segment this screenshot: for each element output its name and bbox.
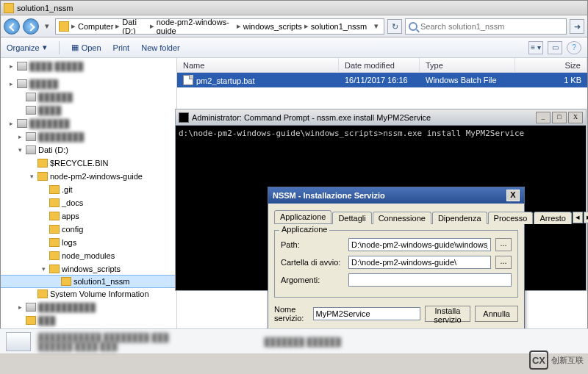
statusbar-meta: ███████ ██████ — [265, 337, 341, 346]
batch-file-icon — [183, 75, 193, 85]
col-type[interactable]: Type — [420, 58, 515, 72]
search-input[interactable] — [420, 22, 563, 31]
watermark: CX 创新互联 — [529, 350, 584, 370]
service-name-input[interactable] — [313, 307, 420, 320]
browse-startdir-button[interactable]: ... — [495, 256, 512, 269]
tree-item[interactable]: $RECYCLE.BIN — [50, 159, 108, 168]
nav-history-dropdown[interactable]: ▾ — [42, 21, 52, 31]
window-title: solution1_nssm — [17, 4, 73, 12]
new-folder-button[interactable]: New folder — [141, 43, 180, 52]
tree-item[interactable]: .git — [62, 185, 73, 194]
tree-item[interactable]: apps — [62, 212, 79, 220]
tab-connection[interactable]: Connessione — [373, 212, 431, 224]
cmd-titlebar[interactable]: Administrator: Command Prompt - nssm.exe… — [176, 109, 586, 126]
watermark-text: 创新互联 — [551, 355, 584, 366]
organize-menu[interactable]: Organize ▾ — [7, 43, 47, 52]
breadcrumb-segment[interactable]: windows_scripts — [243, 22, 302, 31]
file-name: pm2_startup.bat — [196, 76, 255, 85]
tab-scroll-right[interactable]: ▸ — [584, 212, 588, 223]
search-box[interactable] — [405, 18, 567, 35]
explorer-toolbar: Organize ▾ ▦ Open Print New folder ≡ ▾ ▭… — [1, 37, 587, 58]
close-button[interactable]: X — [506, 190, 520, 201]
refresh-button[interactable]: ↻ — [387, 19, 402, 34]
cmd-icon — [179, 112, 189, 123]
file-type: Windows Batch File — [420, 76, 515, 84]
args-input[interactable] — [348, 273, 512, 287]
nav-back-button[interactable] — [4, 18, 20, 35]
browse-path-button[interactable]: ... — [495, 238, 512, 251]
close-button[interactable]: X — [568, 112, 583, 123]
tree-item[interactable]: node_modules — [62, 251, 115, 260]
breadcrumb-segment[interactable]: node-pm2-windows-guide — [157, 18, 234, 35]
tab-scroll-left[interactable]: ◂ — [573, 212, 583, 223]
tree-item[interactable]: config — [62, 225, 83, 234]
tab-application[interactable]: Applicazione — [274, 210, 331, 223]
search-icon — [409, 22, 417, 31]
preview-pane-button[interactable]: ▭ — [548, 41, 562, 54]
list-header: Name Date modified Type Size — [177, 58, 587, 73]
breadcrumb-segment[interactable]: solution1_nssm — [311, 22, 367, 31]
col-date[interactable]: Date modified — [339, 58, 420, 72]
nav-tree[interactable]: ▸████ █████ ▸█████ ██████ ████ ▸███████ … — [1, 58, 177, 330]
folder-icon — [59, 21, 69, 32]
tab-strip: Applicazione Dettagli Connessione Dipend… — [274, 208, 518, 224]
tab-dependency[interactable]: Dipendenza — [432, 212, 487, 224]
minimize-button[interactable]: _ — [536, 112, 551, 123]
file-thumbnail — [6, 332, 31, 351]
application-group: Applicazione Path: ... Cartella di avvio… — [274, 230, 518, 298]
tree-item[interactable]: node-pm2-windows-guide — [50, 172, 143, 181]
dialog-title: NSSM - Installazione Servizio — [273, 191, 385, 200]
explorer-navbar: ▾ ▸Computer ▸Dati (D:) ▸node-pm2-windows… — [1, 15, 587, 37]
breadcrumb[interactable]: ▸Computer ▸Dati (D:) ▸node-pm2-windows-g… — [55, 18, 384, 35]
install-service-button[interactable]: Installa servizio — [425, 306, 471, 322]
path-label: Path: — [281, 240, 344, 249]
watermark-logo: CX — [529, 350, 548, 370]
list-row[interactable]: pm2_startup.bat 16/11/2017 16:16 Windows… — [177, 73, 587, 87]
cmd-title: Administrator: Command Prompt - nssm.exe… — [192, 113, 431, 122]
tab-shutdown[interactable]: Arresto — [534, 212, 571, 224]
startdir-label: Cartella di avvio: — [281, 258, 344, 267]
breadcrumb-segment[interactable]: Computer — [78, 22, 113, 31]
explorer-titlebar: solution1_nssm — [1, 1, 587, 15]
service-name-label: Nome servizio: — [274, 305, 309, 323]
nssm-dialog: NSSM - Installazione Servizio X Applicaz… — [268, 187, 525, 331]
view-options-button[interactable]: ≡ ▾ — [528, 41, 543, 54]
col-name[interactable]: Name — [177, 58, 339, 72]
tree-item[interactable]: System Volume Information — [50, 290, 149, 298]
breadcrumb-segment[interactable]: Dati (D:) — [122, 18, 147, 35]
col-size[interactable]: Size — [515, 58, 587, 72]
tree-item[interactable]: _docs — [62, 198, 83, 207]
tree-item[interactable]: logs — [62, 238, 76, 247]
tab-process[interactable]: Processo — [488, 212, 534, 224]
tab-details[interactable]: Dettagli — [332, 212, 371, 224]
search-go-button[interactable]: ➜ — [570, 19, 584, 34]
file-size: 1 KB — [515, 76, 587, 84]
explorer-statusbar: ███████████ ████████ ███ ██████ ████ ███… — [0, 328, 588, 353]
tree-dati[interactable]: Dati (D:) — [38, 145, 68, 154]
nav-forward-button[interactable] — [23, 18, 39, 35]
tree-item[interactable]: windows_scripts — [62, 265, 121, 273]
maximize-button[interactable]: □ — [552, 112, 567, 123]
open-button[interactable]: ▦ Open — [71, 43, 101, 52]
print-button[interactable]: Print — [113, 43, 130, 52]
folder-icon — [4, 3, 14, 13]
file-date: 16/11/2017 16:16 — [339, 76, 420, 84]
statusbar-filetype: ██████ ████ ███ — [38, 342, 169, 350]
group-legend: Applicazione — [279, 225, 329, 234]
cancel-button[interactable]: Annulla — [475, 306, 518, 322]
tree-item-selected[interactable]: solution1_nssm — [74, 277, 129, 286]
args-label: Argomenti: — [281, 276, 344, 284]
startdir-input[interactable] — [348, 256, 491, 269]
help-button[interactable]: ? — [567, 41, 581, 54]
path-input[interactable] — [348, 238, 491, 251]
statusbar-filename: ███████████ ████████ ███ — [38, 333, 169, 342]
dialog-titlebar[interactable]: NSSM - Installazione Servizio X — [268, 187, 524, 204]
